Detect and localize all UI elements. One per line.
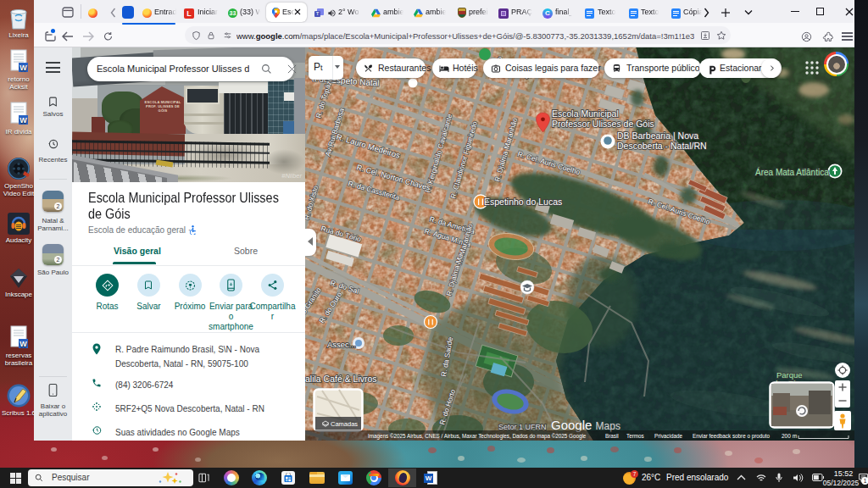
svg-text:W: W bbox=[19, 64, 27, 72]
svg-text:Descoberta - Natal/RN: Descoberta - Natal/RN bbox=[617, 141, 707, 151]
svg-text:DB Barbearia | Nova: DB Barbearia | Nova bbox=[617, 130, 698, 141]
svg-text:Espetinho do Lucas: Espetinho do Lucas bbox=[484, 197, 562, 207]
svg-text:Enviar feedback sobre o produt: Enviar feedback sobre o produto bbox=[693, 433, 771, 440]
svg-text:Privacidade: Privacidade bbox=[654, 433, 682, 439]
svg-text:Brasil: Brasil bbox=[605, 433, 619, 439]
svg-text:W: W bbox=[19, 340, 27, 348]
svg-text:Escola Municipal: Escola Municipal bbox=[552, 108, 619, 119]
svg-text:Termos: Termos bbox=[626, 433, 644, 439]
svg-text:Imagens ©2025 Airbus, CNES / A: Imagens ©2025 Airbus, CNES / Airbus, Max… bbox=[368, 433, 587, 440]
svg-text:W: W bbox=[19, 116, 27, 125]
svg-text:Assec...: Assec... bbox=[327, 340, 356, 349]
svg-text:200 m: 200 m bbox=[782, 433, 797, 439]
svg-text:Área Mata Atlântica: Área Mata Atlântica bbox=[755, 167, 829, 177]
svg-text:Google Maps: Google Maps bbox=[551, 418, 620, 432]
svg-text:Setor 1 UFRN: Setor 1 UFRN bbox=[498, 423, 547, 431]
svg-text:Professor Ulisses de Góis: Professor Ulisses de Góis bbox=[552, 119, 654, 129]
svg-text:alila Café & Livros: alila Café & Livros bbox=[305, 374, 377, 384]
svg-text:Camadas: Camadas bbox=[331, 420, 358, 428]
